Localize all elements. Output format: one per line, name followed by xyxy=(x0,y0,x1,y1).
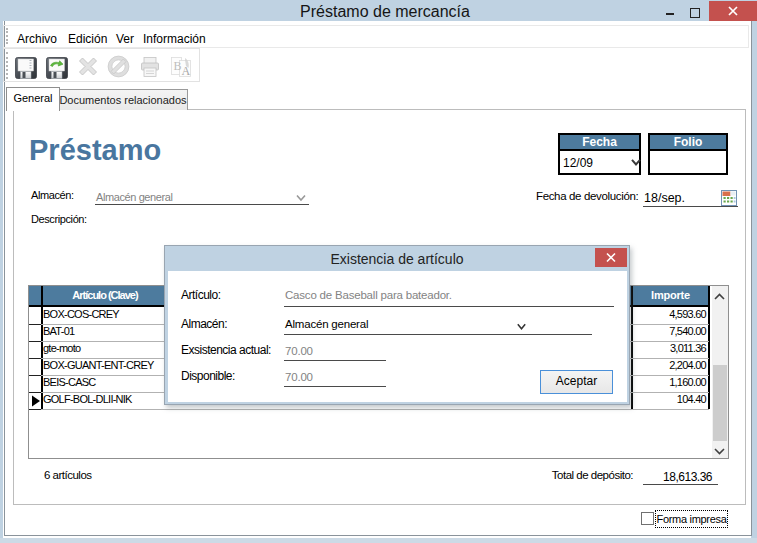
svg-text:B: B xyxy=(174,59,182,73)
